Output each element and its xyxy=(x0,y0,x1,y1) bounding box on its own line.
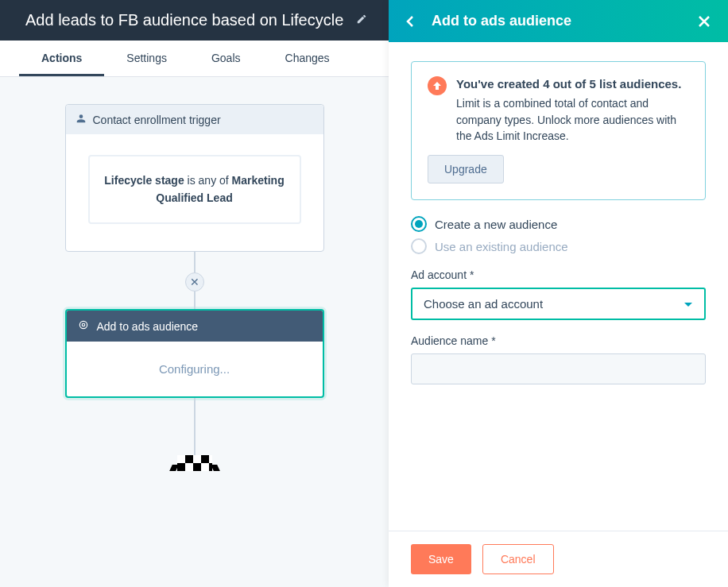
connector-line xyxy=(194,252,196,272)
audience-name-input[interactable] xyxy=(411,353,706,384)
tab-settings[interactable]: Settings xyxy=(104,41,189,76)
workflow-header: Add leads to FB audience based on Lifecy… xyxy=(0,0,389,41)
panel-header: Add to ads audience xyxy=(389,0,728,42)
radio-label: Create a new audience xyxy=(435,218,557,231)
back-button[interactable] xyxy=(406,15,414,28)
connector-line xyxy=(194,292,196,309)
remove-node-button[interactable]: ✕ xyxy=(185,272,204,292)
upgrade-arrow-icon xyxy=(428,76,447,95)
workflow-end-flag-icon xyxy=(177,455,212,471)
ad-account-label: Ad account * xyxy=(411,268,706,281)
close-panel-button[interactable] xyxy=(698,15,711,28)
edit-title-icon[interactable] xyxy=(356,14,367,28)
action-status: Configuring... xyxy=(67,342,323,396)
tab-changes[interactable]: Changes xyxy=(263,41,352,76)
person-icon xyxy=(76,113,87,126)
audience-icon xyxy=(78,319,89,333)
upgrade-button[interactable]: Upgrade xyxy=(428,155,504,183)
criteria-property: Lifecycle stage xyxy=(104,174,184,187)
trigger-title: Contact enrollment trigger xyxy=(93,114,221,126)
panel-body: You've created 4 out of 5 list audiences… xyxy=(389,42,728,531)
radio-icon xyxy=(411,216,427,232)
tab-label: Changes xyxy=(285,52,330,64)
tab-actions[interactable]: Actions xyxy=(19,41,104,76)
workflow-title: Add leads to FB audience based on Lifecy… xyxy=(25,11,343,29)
radio-create-audience[interactable]: Create a new audience xyxy=(411,216,706,232)
svg-point-1 xyxy=(82,324,85,327)
tab-goals[interactable]: Goals xyxy=(189,41,263,76)
radio-icon xyxy=(411,238,427,254)
limit-notice: You've created 4 out of 5 list audiences… xyxy=(411,61,706,200)
canvas-area: Contact enrollment trigger Lifecycle sta… xyxy=(0,77,389,587)
workflow-canvas-pane: Add leads to FB audience based on Lifecy… xyxy=(0,0,389,587)
criteria-verb: is any of xyxy=(184,174,232,187)
notice-heading: You've created 4 out of 5 list audiences… xyxy=(456,76,689,92)
notice-body: Limit is a combined total of contact and… xyxy=(456,95,689,144)
radio-existing-audience[interactable]: Use an existing audience xyxy=(411,238,706,254)
caret-down-icon xyxy=(683,297,693,311)
side-panel: Add to ads audience You've created 4 out… xyxy=(389,0,728,587)
action-card-header: Add to ads audience xyxy=(67,311,323,342)
action-title: Add to ads audience xyxy=(97,320,199,333)
trigger-card-header: Contact enrollment trigger xyxy=(66,105,323,134)
audience-name-label: Audience name * xyxy=(411,334,706,347)
select-placeholder: Choose an ad account xyxy=(424,297,543,311)
svg-point-0 xyxy=(79,322,87,329)
panel-title: Add to ads audience xyxy=(432,13,680,29)
trigger-card[interactable]: Contact enrollment trigger Lifecycle sta… xyxy=(65,104,324,252)
ad-account-select[interactable]: Choose an ad account xyxy=(411,288,706,320)
tab-label: Actions xyxy=(41,52,82,64)
tab-bar: Actions Settings Goals Changes xyxy=(0,41,389,77)
trigger-body: Lifecycle stage is any of Marketing Qual… xyxy=(66,134,323,251)
trigger-criteria[interactable]: Lifecycle stage is any of Marketing Qual… xyxy=(88,155,301,224)
save-button[interactable]: Save xyxy=(411,544,471,574)
tab-label: Settings xyxy=(126,52,167,64)
tab-label: Goals xyxy=(211,52,241,64)
panel-footer: Save Cancel xyxy=(389,531,728,587)
connector-line xyxy=(194,398,196,455)
cancel-button[interactable]: Cancel xyxy=(482,544,554,574)
action-card-selected[interactable]: Add to ads audience Configuring... xyxy=(65,309,324,398)
radio-label: Use an existing audience xyxy=(435,240,568,253)
